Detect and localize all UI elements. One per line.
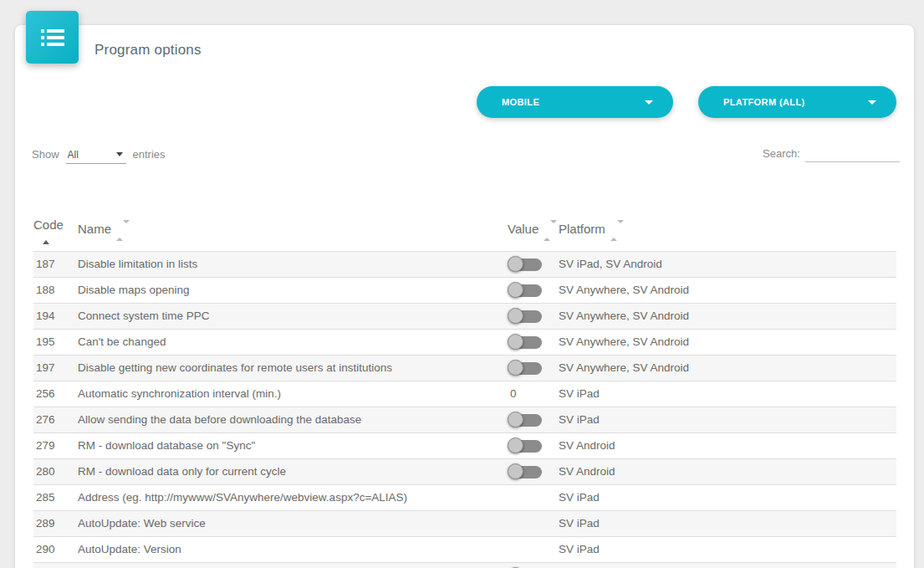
column-header-name-label: Name (78, 222, 111, 236)
name-text: RM - download data only for current cycl… (78, 465, 286, 478)
cell-value (504, 277, 559, 303)
cell-value (504, 303, 559, 329)
table-row[interactable]: 289 AutoUpdate: Web service SV iPad (33, 510, 896, 536)
entries-select-wrap: All (66, 148, 126, 164)
cell-platform: SV iPad (559, 484, 896, 510)
cell-platform: SV Android (559, 458, 896, 484)
cell-name: Address (eg. http://mywww/SVAnywhere/web… (78, 484, 504, 510)
cell-value (504, 458, 559, 484)
cell-value (504, 562, 559, 568)
value-toggle-off[interactable] (508, 308, 543, 325)
platform-text: SV Anywhere, SV Android (559, 310, 689, 322)
cell-code: 285 (33, 484, 78, 510)
cell-value (504, 329, 559, 355)
value-toggle-off[interactable] (508, 360, 543, 376)
code-text: 289 (36, 517, 55, 530)
cell-value (504, 432, 559, 458)
table-row[interactable]: 299 Download only interesting and active… (33, 562, 896, 568)
cell-code: 289 (33, 510, 78, 536)
search-label: Search: (763, 147, 800, 160)
code-text: 197 (36, 361, 55, 374)
entries-select[interactable]: All (66, 149, 126, 164)
platform-text: SV iPad (559, 543, 600, 555)
platform-text: SV iPad (559, 491, 600, 504)
table-row[interactable]: 279 RM - download database on "Sync" SV … (33, 432, 896, 458)
table-header-row: Code Name Value Platform (33, 177, 896, 251)
table-row[interactable]: 280 RM - download data only for current … (33, 458, 896, 484)
table-row[interactable]: 197 Disable getting new coordinates for … (33, 355, 896, 381)
name-text: AutoUpdate: Web service (78, 517, 206, 530)
sort-asc-icon (43, 240, 49, 244)
platform-text: SV iPad (559, 413, 600, 426)
platform-text: SV iPad, SV Android (559, 258, 662, 270)
sort-both-icon (610, 223, 624, 238)
table-row[interactable]: 194 Connect system time PPC SV Anywhere,… (33, 303, 896, 329)
value-toggle-off[interactable] (508, 282, 543, 299)
cell-code: 280 (33, 458, 78, 484)
cell-value (504, 536, 559, 562)
value-toggle-off[interactable] (508, 438, 543, 454)
mobile-filter-dropdown[interactable]: MOBILE (477, 86, 673, 118)
entries-label: entries (133, 148, 166, 161)
platform-text: SV Android (559, 465, 615, 478)
cell-code: 256 (33, 381, 78, 407)
code-text: 256 (36, 387, 55, 400)
column-header-name[interactable]: Name (78, 177, 504, 251)
cell-platform: SV Anywhere, SV Android (559, 329, 896, 355)
content-card: Program options MOBILE PLATFORM (ALL) Sh… (15, 25, 914, 568)
name-text: Connect system time PPC (78, 310, 210, 322)
cell-code: 195 (33, 329, 78, 355)
cell-name: AutoUpdate: Web service (78, 510, 504, 536)
code-text: 285 (36, 491, 55, 504)
table-row[interactable]: 285 Address (eg. http://mywww/SVAnywhere… (33, 484, 896, 510)
cell-name: Connect system time PPC (78, 303, 504, 329)
cell-code: 197 (33, 355, 78, 381)
cell-code: 279 (33, 432, 78, 458)
search-input[interactable] (805, 147, 900, 162)
show-label: Show (32, 148, 59, 161)
platform-text: SV Anywhere, SV Android (559, 335, 689, 348)
cell-name: RM - download database on "Sync" (78, 432, 504, 458)
name-text: Automatic synchronization interval (min.… (78, 387, 281, 400)
table-row[interactable]: 187 Disable limitation in lists SV iPad,… (33, 251, 896, 277)
platform-text: SV iPad (559, 387, 600, 400)
cell-code: 187 (33, 251, 78, 277)
entries-length-control: Show All entries (32, 148, 166, 164)
column-header-value-label: Value (508, 222, 539, 236)
value-toggle-off[interactable] (508, 334, 543, 351)
table-row[interactable]: 195 Can't be changed SV Anywhere, SV And… (33, 329, 896, 355)
cell-code: 276 (33, 407, 78, 432)
cell-name: Disable getting new coordinates for remo… (78, 355, 504, 381)
value-toggle-off[interactable] (508, 463, 543, 480)
cell-name: RM - download data only for current cycl… (78, 458, 504, 484)
cell-code: 188 (33, 277, 78, 303)
cell-value: 0 (504, 381, 559, 407)
table-row[interactable]: 276 Allow sending the data before downlo… (33, 407, 896, 432)
cell-name: Allow sending the data before downloadin… (78, 407, 504, 432)
cell-platform: SV iPad, SV Android (559, 251, 896, 277)
value-toggle-off[interactable] (508, 412, 543, 428)
program-options-table: Code Name Value Platform 187 Disable lim… (33, 177, 896, 568)
code-text: 276 (36, 413, 55, 426)
platform-filter-dropdown[interactable]: PLATFORM (ALL) (698, 86, 896, 118)
table-row[interactable]: 290 AutoUpdate: Version SV iPad (33, 536, 896, 562)
column-header-platform-label: Platform (559, 222, 605, 236)
cell-platform: SV Anywhere, SV Android (559, 277, 896, 303)
platform-text: SV Anywhere, SV Android (559, 361, 689, 374)
column-header-value[interactable]: Value (504, 177, 559, 251)
cell-platform: SV Anywhere, SV Android (559, 355, 896, 381)
page-title: Program options (94, 42, 202, 59)
cell-value (504, 484, 559, 510)
name-text: Disable maps opening (78, 284, 190, 296)
menu-button[interactable] (26, 11, 79, 64)
column-header-code[interactable]: Code (33, 177, 78, 251)
platform-filter-label: PLATFORM (ALL) (723, 97, 805, 107)
table-row[interactable]: 256 Automatic synchronization interval (… (33, 381, 896, 407)
column-header-platform[interactable]: Platform (559, 177, 896, 251)
cell-platform: SV Anywhere, SV Android (559, 303, 896, 329)
table-row[interactable]: 188 Disable maps opening SV Anywhere, SV… (33, 277, 896, 303)
mobile-filter-label: MOBILE (502, 97, 539, 107)
cell-name: Disable limitation in lists (78, 251, 504, 277)
value-toggle-off[interactable] (508, 256, 543, 273)
sort-both-icon (544, 223, 557, 238)
